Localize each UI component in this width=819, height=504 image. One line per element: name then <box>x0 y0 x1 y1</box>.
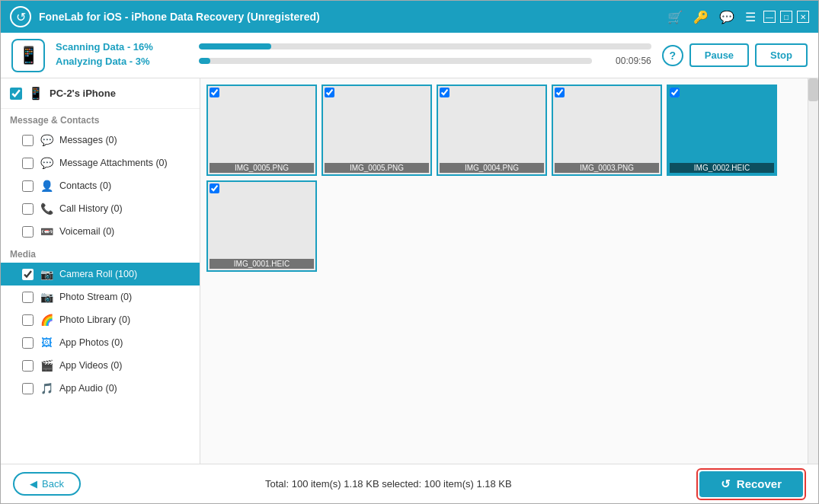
section-header-media: Media <box>1 243 200 263</box>
photo-6-checkbox[interactable] <box>210 183 219 193</box>
close-button[interactable]: ✕ <box>797 11 809 23</box>
photo-5-checkbox[interactable] <box>670 88 680 97</box>
maximize-button[interactable]: □ <box>780 11 792 23</box>
title-bar: ↺ FoneLab for iOS - iPhone Data Recovery… <box>1 1 818 33</box>
stop-button[interactable]: Stop <box>755 43 808 67</box>
contacts-checkbox[interactable] <box>22 180 34 192</box>
app-audio-checkbox[interactable] <box>22 383 34 394</box>
device-checkbox[interactable] <box>10 88 22 100</box>
photo-2-label: IMG_0005.PNG <box>325 163 429 173</box>
device-name: PC-2's iPhone <box>50 88 116 99</box>
cart-icon[interactable]: 🛒 <box>667 10 683 24</box>
sidebar-item-app-photos[interactable]: 🖼 App Photos (0) <box>1 331 200 354</box>
minimize-button[interactable]: — <box>763 11 776 23</box>
app-title: FoneLab for iOS - iPhone Data Recovery (… <box>39 11 667 23</box>
main-content: 📱 PC-2's iPhone Message & Contacts 💬 Mes… <box>1 78 818 464</box>
app-photos-icon: 🖼 <box>40 336 53 349</box>
sidebar-item-call-history[interactable]: 📞 Call History (0) <box>1 197 200 220</box>
pause-button[interactable]: Pause <box>689 43 749 67</box>
photo-3-checkbox[interactable] <box>440 88 449 97</box>
scrollbar[interactable] <box>808 78 818 464</box>
message-attachments-icon: 💬 <box>40 156 53 170</box>
title-bar-actions: 🛒 🔑 💬 ☰ <box>667 10 756 24</box>
photo-thumb-2[interactable]: IMG_0005.PNG <box>322 85 432 176</box>
sidebar-item-message-attachments[interactable]: 💬 Message Attachments (0) <box>1 152 200 174</box>
photo-3-label: IMG_0004.PNG <box>440 163 544 173</box>
photo-thumb-1[interactable]: IMG_0005.PNG <box>206 85 317 176</box>
chat-icon[interactable]: 💬 <box>719 10 734 24</box>
call-history-label: Call History (0) <box>59 203 123 214</box>
back-arrow-icon: ◀ <box>30 478 37 490</box>
recover-icon: ↺ <box>721 477 731 491</box>
sidebar-item-camera-roll[interactable]: 📷 Camera Roll (100) <box>1 263 200 285</box>
photo-thumb-6[interactable]: IMG_0001.HEIC <box>206 180 317 272</box>
scan-time: 00:09:56 <box>598 56 651 66</box>
phone-scan-icon: 📱 <box>11 39 45 72</box>
messages-label: Messages (0) <box>59 135 117 145</box>
photo-stream-label: Photo Stream (0) <box>59 292 132 302</box>
message-attachments-checkbox[interactable] <box>22 158 34 169</box>
photo-stream-icon: 📷 <box>40 290 53 304</box>
app-window: ↺ FoneLab for iOS - iPhone Data Recovery… <box>0 0 819 504</box>
analyzing-label: Analyzing Data - 3% <box>56 56 193 67</box>
content-area: IMG_0005.PNG IMG_0005.PNG IMG_0004.PNG I… <box>200 78 818 464</box>
menu-icon[interactable]: ☰ <box>745 10 756 24</box>
sidebar-item-contacts[interactable]: 👤 Contacts (0) <box>1 174 200 197</box>
scrollbar-thumb[interactable] <box>808 78 818 101</box>
contacts-icon: 👤 <box>40 179 53 193</box>
voicemail-icon: 📼 <box>40 225 53 238</box>
app-photos-checkbox[interactable] <box>22 337 34 349</box>
photo-1-checkbox[interactable] <box>210 88 219 97</box>
app-videos-icon: 🎬 <box>40 359 53 372</box>
scan-progress-area: Scanning Data - 16% Analyzing Data - 3% … <box>56 41 651 70</box>
section-header-messages: Message & Contacts <box>1 109 200 129</box>
camera-roll-label: Camera Roll (100) <box>59 269 137 279</box>
app-audio-icon: 🎵 <box>40 381 53 395</box>
sidebar: 📱 PC-2's iPhone Message & Contacts 💬 Mes… <box>1 78 200 464</box>
sidebar-item-voicemail[interactable]: 📼 Voicemail (0) <box>1 220 200 243</box>
photo-4-checkbox[interactable] <box>555 88 565 97</box>
scanning-track <box>199 43 651 49</box>
call-history-icon: 📞 <box>40 202 53 215</box>
message-attachments-label: Message Attachments (0) <box>59 158 168 168</box>
content-main: IMG_0005.PNG IMG_0005.PNG IMG_0004.PNG I… <box>200 78 818 464</box>
messages-checkbox[interactable] <box>22 135 34 146</box>
photo-library-checkbox[interactable] <box>22 314 34 326</box>
help-button[interactable]: ? <box>662 45 683 66</box>
key-icon[interactable]: 🔑 <box>693 10 709 24</box>
photo-thumb-3[interactable]: IMG_0004.PNG <box>437 85 547 176</box>
app-audio-label: App Audio (0) <box>59 383 117 394</box>
call-history-checkbox[interactable] <box>22 203 34 215</box>
sidebar-item-photo-stream[interactable]: 📷 Photo Stream (0) <box>1 285 200 308</box>
status-text: Total: 100 item(s) 1.18 KB selected: 100… <box>93 478 684 490</box>
messages-icon: 💬 <box>40 133 53 147</box>
photo-stream-checkbox[interactable] <box>22 292 34 303</box>
back-button[interactable]: ◀ Back <box>13 472 81 496</box>
voicemail-checkbox[interactable] <box>22 226 34 238</box>
bottom-bar: ◀ Back Total: 100 item(s) 1.18 KB select… <box>1 464 818 503</box>
photo-thumb-5[interactable]: IMG_0002.HEIC <box>667 85 777 176</box>
sidebar-item-photo-library[interactable]: 🌈 Photo Library (0) <box>1 308 200 331</box>
app-photos-label: App Photos (0) <box>59 337 123 348</box>
camera-roll-checkbox[interactable] <box>22 269 34 280</box>
sidebar-item-messages[interactable]: 💬 Messages (0) <box>1 129 200 152</box>
sidebar-item-app-audio[interactable]: 🎵 App Audio (0) <box>1 377 200 400</box>
scanning-label: Scanning Data - 16% <box>56 41 193 53</box>
scan-bar: 📱 Scanning Data - 16% Analyzing Data - 3… <box>1 33 818 78</box>
scan-actions: ? Pause Stop <box>662 43 808 67</box>
app-videos-checkbox[interactable] <box>22 360 34 372</box>
photo-2-checkbox[interactable] <box>325 88 334 97</box>
photo-4-label: IMG_0003.PNG <box>555 163 659 173</box>
analyzing-track <box>199 58 592 64</box>
window-controls: — □ ✕ <box>763 11 809 23</box>
device-phone-icon: 📱 <box>28 86 43 100</box>
photo-library-icon: 🌈 <box>40 313 53 327</box>
app-videos-label: App Videos (0) <box>59 360 122 371</box>
app-logo: ↺ <box>10 6 31 27</box>
photo-5-label: IMG_0002.HEIC <box>670 163 774 173</box>
scanning-line: Scanning Data - 16% <box>56 41 651 53</box>
recover-button[interactable]: ↺ Recover <box>699 471 803 497</box>
photo-thumb-4[interactable]: IMG_0003.PNG <box>552 85 662 176</box>
scanning-fill <box>199 43 271 49</box>
sidebar-item-app-videos[interactable]: 🎬 App Videos (0) <box>1 354 200 377</box>
